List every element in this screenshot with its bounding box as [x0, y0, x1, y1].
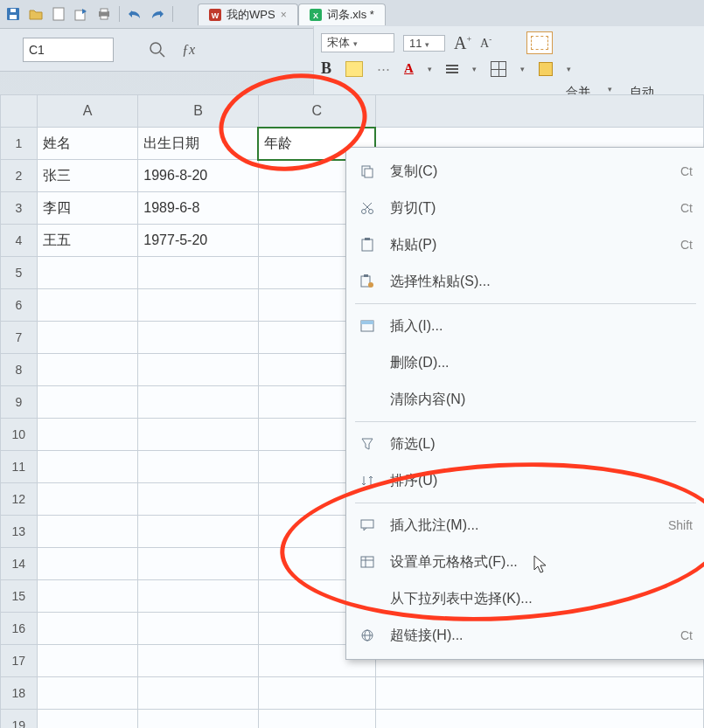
menu-item[interactable]: 清除内容(N) [346, 381, 704, 418]
cell[interactable] [138, 483, 259, 516]
fx-label[interactable]: ƒx [182, 42, 195, 58]
cell[interactable] [138, 548, 259, 580]
row-header[interactable]: 18 [1, 677, 38, 710]
cell[interactable] [138, 613, 259, 645]
col-header-blank[interactable] [375, 95, 703, 128]
zoom-icon[interactable] [149, 41, 166, 59]
new-icon[interactable] [51, 6, 66, 22]
cell[interactable]: 王五 [37, 225, 138, 257]
row-header[interactable]: 2 [1, 160, 38, 192]
font-size-select[interactable]: 11 ▾ [403, 35, 445, 52]
font-name-select[interactable]: 宋体 ▾ [321, 33, 394, 52]
tab-mywps[interactable]: W 我的WPS × [198, 3, 298, 25]
menu-item[interactable]: 筛选(L) [346, 426, 704, 462]
row-header[interactable]: 16 [1, 613, 38, 645]
cell[interactable]: 姓名 [37, 128, 138, 160]
cell[interactable] [375, 677, 703, 710]
row-header[interactable]: 7 [1, 322, 38, 354]
cell[interactable] [37, 419, 138, 451]
col-header-A[interactable]: A [37, 95, 138, 128]
cell[interactable] [37, 386, 138, 419]
merge-icon[interactable] [526, 31, 553, 54]
cell[interactable] [37, 516, 138, 548]
menu-item[interactable]: 超链接(H)...Ct [346, 617, 704, 654]
cell[interactable] [138, 354, 259, 386]
cell[interactable]: 1989-6-8 [138, 192, 259, 225]
increase-font-icon[interactable]: A+ [454, 33, 471, 53]
menu-item[interactable]: 删除(D)... [346, 344, 704, 381]
export-icon[interactable] [73, 6, 89, 22]
ellipsis-icon[interactable]: ⋯ [377, 61, 390, 77]
cell[interactable] [138, 677, 259, 710]
cell[interactable] [37, 257, 138, 289]
cell[interactable] [138, 419, 259, 451]
menu-item[interactable]: 插入批注(M)...Shift [346, 507, 704, 544]
menu-item[interactable]: 插入(I)... [346, 308, 704, 344]
tab-file[interactable]: X 词条.xls * [298, 3, 386, 25]
row-header[interactable]: 12 [1, 483, 38, 516]
cell[interactable] [138, 580, 259, 613]
redo-icon[interactable] [150, 6, 165, 22]
select-all-corner[interactable] [1, 95, 38, 128]
cell[interactable] [37, 677, 138, 710]
menu-item[interactable]: 从下拉列表中选择(K)... [346, 580, 704, 617]
cell[interactable] [37, 645, 138, 677]
cell[interactable] [138, 322, 259, 354]
row-header[interactable]: 6 [1, 289, 38, 322]
col-header-C[interactable]: C [258, 95, 375, 128]
cell[interactable]: 出生日期 [138, 128, 259, 160]
cell[interactable]: 1977-5-20 [138, 225, 259, 257]
cell[interactable] [138, 289, 259, 322]
cell[interactable]: 李四 [37, 192, 138, 225]
font-color-button[interactable]: A [404, 61, 414, 76]
cell[interactable] [375, 710, 703, 729]
row-header[interactable]: 15 [1, 580, 38, 613]
row-header[interactable]: 9 [1, 386, 38, 419]
close-icon[interactable]: × [281, 9, 287, 21]
menu-item[interactable]: 复制(C)Ct [346, 153, 704, 190]
cell[interactable] [138, 710, 259, 729]
cell[interactable] [138, 516, 259, 548]
cell[interactable] [37, 289, 138, 322]
col-header-B[interactable]: B [138, 95, 259, 128]
decrease-font-icon[interactable]: A- [480, 35, 491, 51]
cell[interactable] [138, 386, 259, 419]
open-icon[interactable] [28, 6, 44, 22]
cell[interactable]: 张三 [37, 160, 138, 192]
cell[interactable] [258, 677, 375, 710]
row-header[interactable]: 10 [1, 419, 38, 451]
row-header[interactable]: 19 [1, 710, 38, 729]
cell[interactable] [138, 257, 259, 289]
cell[interactable] [37, 354, 138, 386]
cell[interactable] [37, 548, 138, 580]
undo-icon[interactable] [127, 6, 143, 22]
chevron-down-icon[interactable]: ▾ [428, 65, 432, 73]
save-icon[interactable] [5, 6, 21, 22]
cell[interactable] [138, 645, 259, 677]
menu-item[interactable]: 剪切(T)Ct [346, 190, 704, 226]
cell[interactable] [37, 613, 138, 645]
menu-item[interactable]: 选择性粘贴(S)... [346, 263, 704, 300]
borders-icon[interactable] [491, 61, 506, 77]
cell[interactable] [37, 322, 138, 354]
align-icon[interactable] [446, 65, 458, 73]
row-header[interactable]: 13 [1, 516, 38, 548]
cell[interactable] [258, 710, 375, 729]
row-header[interactable]: 3 [1, 192, 38, 225]
menu-item[interactable]: 设置单元格格式(F)... [346, 544, 704, 580]
cell[interactable] [37, 451, 138, 483]
row-header[interactable]: 11 [1, 451, 38, 483]
bold-button[interactable]: B [321, 59, 331, 78]
name-box[interactable]: C1 [23, 38, 114, 62]
highlight-icon[interactable] [345, 61, 363, 77]
cell[interactable] [138, 451, 259, 483]
row-header[interactable]: 1 [1, 128, 38, 160]
row-header[interactable]: 4 [1, 225, 38, 257]
cell[interactable] [37, 580, 138, 613]
row-header[interactable]: 5 [1, 257, 38, 289]
menu-item[interactable]: 粘贴(P)Ct [346, 226, 704, 263]
row-header[interactable]: 17 [1, 645, 38, 677]
row-header[interactable]: 8 [1, 354, 38, 386]
cell[interactable] [37, 483, 138, 516]
row-header[interactable]: 14 [1, 548, 38, 580]
